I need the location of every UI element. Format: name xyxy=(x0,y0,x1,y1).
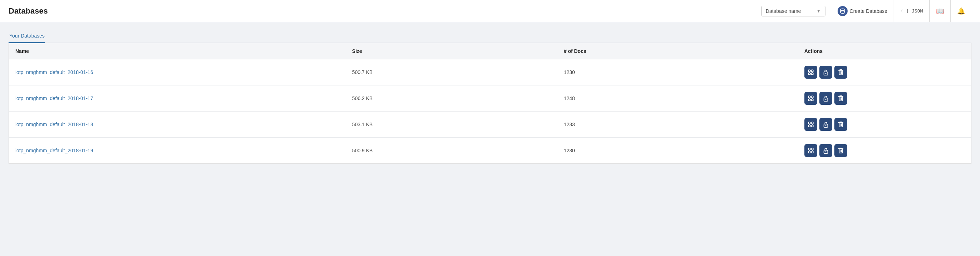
json-label: { } JSON xyxy=(900,8,923,14)
header-actions: Database name ▼ Create Database { } JSON… xyxy=(761,0,971,22)
lock-button[interactable] xyxy=(819,92,832,105)
svg-point-10 xyxy=(825,73,826,74)
replicate-button[interactable] xyxy=(804,92,817,105)
actions-cell xyxy=(804,144,965,157)
tab-your-databases[interactable]: Your Databases xyxy=(9,29,45,43)
cell-docs: 1233 xyxy=(557,112,798,138)
db-name-link[interactable]: iotp_nmghmm_default_2018-01-17 xyxy=(15,96,93,101)
column-header-name: Name xyxy=(9,43,346,59)
svg-point-36 xyxy=(825,125,826,126)
table-row: iotp_nmghmm_default_2018-01-19 500.9 KB … xyxy=(9,138,971,164)
table-row: iotp_nmghmm_default_2018-01-18 503.1 KB … xyxy=(9,112,971,138)
cell-docs: 1248 xyxy=(557,85,798,112)
table-row: iotp_nmghmm_default_2018-01-16 500.7 KB … xyxy=(9,59,971,85)
svg-rect-11 xyxy=(839,70,842,75)
dropdown-label: Database name xyxy=(766,8,801,14)
svg-rect-37 xyxy=(839,123,842,127)
book-icon: 📖 xyxy=(936,7,944,15)
cell-db-name: iotp_nmghmm_default_2018-01-17 xyxy=(9,85,346,112)
actions-cell xyxy=(804,118,965,131)
lock-button[interactable] xyxy=(819,118,832,131)
cell-docs: 1230 xyxy=(557,59,798,85)
table-header-row: Name Size # of Docs Actions xyxy=(9,43,971,59)
notifications-button[interactable]: 🔔 xyxy=(950,0,971,22)
json-button[interactable]: { } JSON xyxy=(894,0,929,22)
cell-size: 500.7 KB xyxy=(346,59,557,85)
lock-button[interactable] xyxy=(819,144,832,157)
page-title: Databases xyxy=(9,6,761,16)
svg-rect-50 xyxy=(839,149,842,154)
db-name-link[interactable]: iotp_nmghmm_default_2018-01-19 xyxy=(15,148,93,154)
replicate-button[interactable] xyxy=(804,66,817,78)
replicate-button[interactable] xyxy=(804,118,817,131)
cell-docs: 1230 xyxy=(557,138,798,164)
cell-size: 500.9 KB xyxy=(346,138,557,164)
tabs: Your Databases xyxy=(9,29,971,43)
databases-table-container: Name Size # of Docs Actions iotp_nmghmm_… xyxy=(9,43,971,164)
actions-cell xyxy=(804,66,965,78)
column-header-size: Size xyxy=(346,43,557,59)
bell-icon: 🔔 xyxy=(957,7,965,15)
svg-point-23 xyxy=(825,99,826,100)
database-icon xyxy=(838,6,848,16)
actions-cell xyxy=(804,92,965,105)
databases-table: Name Size # of Docs Actions iotp_nmghmm_… xyxy=(9,43,971,163)
delete-button[interactable] xyxy=(834,118,847,131)
chevron-down-icon: ▼ xyxy=(816,9,821,14)
column-header-actions: Actions xyxy=(798,43,971,59)
cell-actions xyxy=(798,138,971,164)
delete-button[interactable] xyxy=(834,144,847,157)
svg-rect-24 xyxy=(839,96,842,101)
svg-point-49 xyxy=(825,151,826,152)
cell-size: 503.1 KB xyxy=(346,112,557,138)
column-header-docs: # of Docs xyxy=(557,43,798,59)
delete-button[interactable] xyxy=(834,92,847,105)
cell-db-name: iotp_nmghmm_default_2018-01-19 xyxy=(9,138,346,164)
cell-size: 506.2 KB xyxy=(346,85,557,112)
cell-actions xyxy=(798,112,971,138)
delete-button[interactable] xyxy=(834,66,847,78)
svg-point-0 xyxy=(840,9,845,10)
documentation-button[interactable]: 📖 xyxy=(929,0,950,22)
database-name-dropdown[interactable]: Database name ▼ xyxy=(761,6,826,16)
create-database-label: Create Database xyxy=(850,8,888,14)
replicate-button[interactable] xyxy=(804,144,817,157)
cell-actions xyxy=(798,59,971,85)
cell-actions xyxy=(798,85,971,112)
cell-db-name: iotp_nmghmm_default_2018-01-16 xyxy=(9,59,346,85)
create-database-button[interactable]: Create Database xyxy=(831,0,894,22)
db-name-link[interactable]: iotp_nmghmm_default_2018-01-18 xyxy=(15,122,93,127)
header: Databases Database name ▼ Create Databas… xyxy=(0,0,980,22)
table-row: iotp_nmghmm_default_2018-01-17 506.2 KB … xyxy=(9,85,971,112)
lock-button[interactable] xyxy=(819,66,832,78)
db-name-link[interactable]: iotp_nmghmm_default_2018-01-16 xyxy=(15,69,93,75)
cell-db-name: iotp_nmghmm_default_2018-01-18 xyxy=(9,112,346,138)
main-content: Your Databases Name Size # of Docs Actio… xyxy=(0,22,980,171)
